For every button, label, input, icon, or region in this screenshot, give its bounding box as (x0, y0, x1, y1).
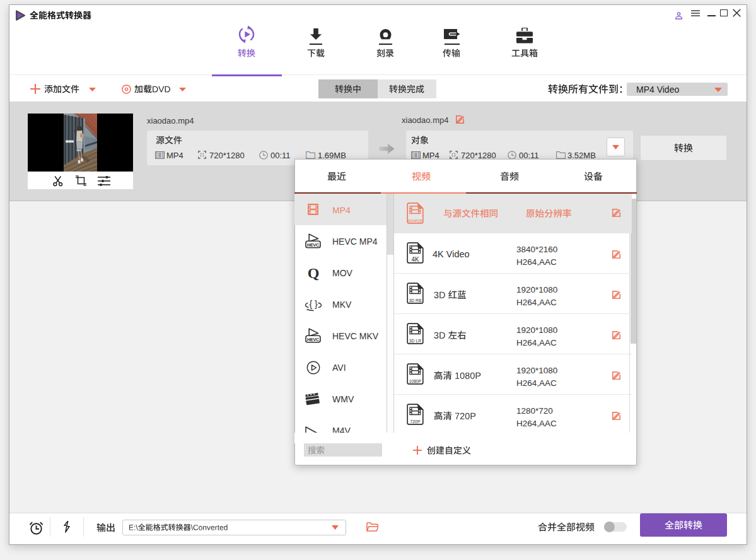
svg-text:{ }: { } (309, 299, 318, 309)
svg-text:HEVC: HEVC (307, 242, 319, 248)
svg-text:3D LR: 3D LR (409, 339, 421, 343)
svg-text:source: source (408, 218, 422, 223)
svg-text:Q: Q (308, 265, 320, 281)
svg-text:3D RB: 3D RB (409, 298, 421, 303)
svg-text:HEVC: HEVC (307, 337, 319, 342)
svg-text:1080P: 1080P (409, 379, 422, 383)
svg-text:4K: 4K (411, 256, 419, 263)
svg-text:720P: 720P (410, 419, 421, 424)
